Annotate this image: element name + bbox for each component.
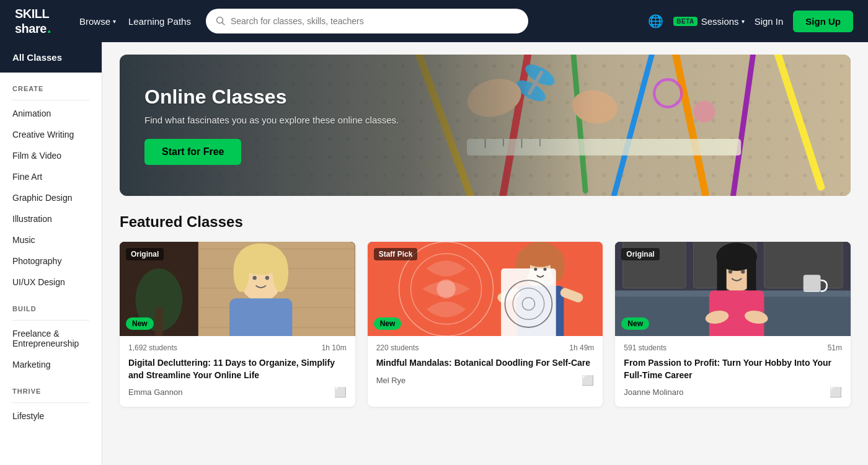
sidebar-item-creative-writing[interactable]: Creative Writing xyxy=(0,124,102,145)
class-students-3: 591 students xyxy=(624,343,666,352)
sidebar-item-graphic-design[interactable]: Graphic Design xyxy=(0,187,102,208)
class-title-2: Mindful Mandalas: Botanical Doodling For… xyxy=(376,357,595,370)
sidebar-item-uiux-design[interactable]: UI/UX Design xyxy=(0,272,102,293)
svg-line-1 xyxy=(222,23,224,25)
beta-badge: BETA xyxy=(673,17,697,26)
sessions-chevron-icon: ▾ xyxy=(742,18,745,25)
featured-section-title: Featured Classes xyxy=(120,213,851,231)
class-instructor-2: Mel Rye xyxy=(376,376,406,385)
class-footer-3: Joanne Molinaro ⬜ xyxy=(624,386,842,398)
class-thumb-3: Original New xyxy=(615,242,851,336)
sessions-area: BETA Sessions ▾ xyxy=(673,16,744,27)
sidebar-divider-2 xyxy=(12,320,89,321)
class-badge-2: Staff Pick xyxy=(374,248,418,260)
hero-subtitle: Find what fascinates you as you explore … xyxy=(144,115,399,125)
class-duration-3: 51m xyxy=(828,343,842,352)
class-meta-2: 220 students 1h 49m xyxy=(376,343,595,352)
svg-rect-37 xyxy=(229,298,292,336)
header-right: 🌐 BETA Sessions ▾ Sign In Sign Up xyxy=(648,11,853,32)
class-title-3: From Passion to Profit: Turn Your Hobby … xyxy=(624,357,842,381)
header: SKILLshare. Browse ▾ Learning Paths 🌐 BE… xyxy=(0,0,868,42)
svg-point-35 xyxy=(234,253,249,292)
sidebar-item-marketing[interactable]: Marketing xyxy=(0,354,102,375)
class-instructor-1: Emma Gannon xyxy=(128,388,182,397)
class-meta-3: 591 students 51m xyxy=(624,343,842,352)
sidebar-section-build: BUILD xyxy=(0,293,102,317)
class-card-3[interactable]: Original New 591 students 51m From Passi… xyxy=(615,242,851,407)
class-card-2[interactable]: Staff Pick New 220 students 1h 49m Mindf… xyxy=(368,242,603,407)
hero-title: Online Classes xyxy=(144,86,399,108)
signin-button[interactable]: Sign In xyxy=(755,16,784,27)
class-card-1[interactable]: Original New 1,692 students 1h 10m Digit… xyxy=(120,242,355,407)
class-footer-2: Mel Rye ⬜ xyxy=(376,374,595,386)
signup-button[interactable]: Sign Up xyxy=(793,11,853,32)
sidebar-item-music[interactable]: Music xyxy=(0,229,102,250)
svg-point-36 xyxy=(273,253,288,292)
globe-icon[interactable]: 🌐 xyxy=(648,14,663,29)
sidebar-divider-3 xyxy=(12,402,89,403)
browse-nav-link[interactable]: Browse ▾ xyxy=(79,16,116,27)
class-duration-1: 1h 10m xyxy=(322,343,347,352)
class-thumb-1: Original New xyxy=(120,242,355,336)
class-thumb-2: Staff Pick New xyxy=(368,242,603,336)
sidebar-item-fine-art[interactable]: Fine Art xyxy=(0,166,102,187)
svg-point-38 xyxy=(253,276,257,280)
sidebar-item-illustration[interactable]: Illustration xyxy=(0,208,102,229)
svg-rect-66 xyxy=(764,242,843,288)
hero-content: Online Classes Find what fascinates you … xyxy=(120,66,423,185)
class-footer-1: Emma Gannon ⬜ xyxy=(128,386,347,398)
bookmark-icon-3[interactable]: ⬜ xyxy=(830,386,842,398)
sidebar-section-thrive: THRIVE xyxy=(0,375,102,400)
sidebar-item-photography[interactable]: Photography xyxy=(0,250,102,272)
sidebar: All Classes CREATE Animation Creative Wr… xyxy=(0,42,102,465)
sidebar-section-create: CREATE xyxy=(0,73,102,97)
class-info-3: 591 students 51m From Passion to Profit:… xyxy=(615,336,851,407)
class-info-2: 220 students 1h 49m Mindful Mandalas: Bo… xyxy=(368,336,603,395)
class-duration-2: 1h 49m xyxy=(569,343,594,352)
logo[interactable]: SKILLshare. xyxy=(15,7,64,35)
sidebar-all-classes[interactable]: All Classes xyxy=(0,42,102,73)
sidebar-item-film-video[interactable]: Film & Video xyxy=(0,145,102,166)
class-new-tag-3: New xyxy=(621,317,649,330)
class-students-2: 220 students xyxy=(376,343,419,352)
search-input[interactable] xyxy=(231,16,518,26)
main-content: Online Classes Find what fascinates you … xyxy=(102,42,868,465)
svg-point-39 xyxy=(265,276,269,280)
class-students-1: 1,692 students xyxy=(128,343,177,352)
class-new-tag-2: New xyxy=(374,317,402,330)
sidebar-item-freelance[interactable]: Freelance & Entrepreneurship xyxy=(0,323,102,354)
logo-dot: . xyxy=(47,19,51,36)
svg-rect-55 xyxy=(501,268,556,336)
classes-grid: Original New 1,692 students 1h 10m Digit… xyxy=(120,242,851,407)
class-badge-1: Original xyxy=(126,248,164,260)
svg-point-59 xyxy=(534,268,537,271)
sidebar-item-animation[interactable]: Animation xyxy=(0,103,102,124)
main-nav: Browse ▾ Learning Paths xyxy=(79,16,191,27)
svg-rect-42 xyxy=(155,308,163,336)
class-new-tag-1: New xyxy=(126,317,154,330)
svg-point-76 xyxy=(728,270,732,273)
search-bar xyxy=(206,9,528,33)
class-meta-1: 1,692 students 1h 10m xyxy=(128,343,347,352)
bookmark-icon-1[interactable]: ⬜ xyxy=(334,386,347,398)
browse-chevron-icon: ▾ xyxy=(113,18,116,25)
page-layout: All Classes CREATE Animation Creative Wr… xyxy=(0,42,868,465)
class-badge-3: Original xyxy=(621,248,659,260)
hero-cta-button[interactable]: Start for Free xyxy=(144,139,241,165)
learning-paths-nav-link[interactable]: Learning Paths xyxy=(128,16,191,27)
svg-point-60 xyxy=(543,268,546,271)
svg-point-77 xyxy=(741,270,745,273)
hero-banner: Online Classes Find what fascinates you … xyxy=(120,55,851,196)
sessions-button[interactable]: Sessions ▾ xyxy=(701,16,745,27)
svg-point-47 xyxy=(436,280,455,298)
class-title-1: Digital Decluttering: 11 Days to Organiz… xyxy=(128,357,347,381)
sidebar-item-lifestyle[interactable]: Lifestyle xyxy=(0,405,102,427)
logo-text: SKILLshare. xyxy=(15,7,51,35)
sidebar-divider-1 xyxy=(12,100,89,100)
class-instructor-3: Joanne Molinaro xyxy=(624,388,683,397)
bookmark-icon-2[interactable]: ⬜ xyxy=(582,374,594,386)
svg-rect-68 xyxy=(804,275,821,292)
search-icon xyxy=(216,16,226,26)
class-info-1: 1,692 students 1h 10m Digital Declutteri… xyxy=(120,336,355,407)
